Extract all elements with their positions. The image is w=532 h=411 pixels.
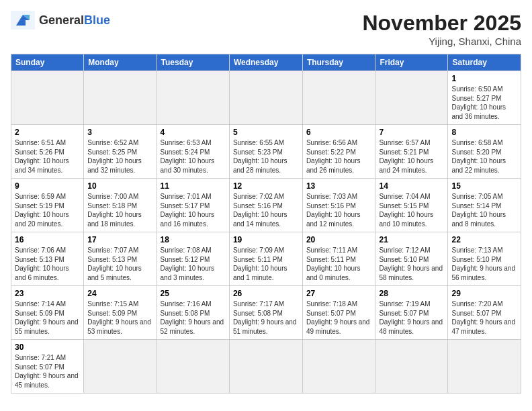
month-title: November 2025 [362, 11, 521, 36]
calendar-cell [229, 71, 302, 125]
day-info: Sunrise: 6:51 AM Sunset: 5:26 PM Dayligh… [15, 138, 80, 175]
calendar-cell: 15Sunrise: 7:05 AM Sunset: 5:14 PM Dayli… [448, 179, 521, 232]
day-number: 21 [379, 235, 444, 244]
day-info: Sunrise: 7:16 AM Sunset: 5:08 PM Dayligh… [161, 300, 226, 336]
day-info: Sunrise: 7:03 AM Sunset: 5:16 PM Dayligh… [306, 192, 372, 228]
calendar-cell: 4Sunrise: 6:53 AM Sunset: 5:24 PM Daylig… [157, 125, 229, 179]
day-number: 27 [306, 289, 372, 298]
calendar: SundayMondayTuesdayWednesdayThursdayFrid… [11, 54, 521, 394]
calendar-cell: 10Sunrise: 7:00 AM Sunset: 5:18 PM Dayli… [84, 179, 157, 232]
title-block: November 2025 Yijing, Shanxi, China [362, 11, 521, 47]
day-info: Sunrise: 6:52 AM Sunset: 5:25 PM Dayligh… [87, 138, 152, 175]
day-number: 14 [379, 181, 444, 191]
calendar-cell [229, 340, 302, 394]
day-info: Sunrise: 7:17 AM Sunset: 5:08 PM Dayligh… [233, 300, 299, 336]
location: Yijing, Shanxi, China [362, 36, 521, 47]
day-info: Sunrise: 7:11 AM Sunset: 5:11 PM Dayligh… [306, 246, 372, 282]
day-info: Sunrise: 7:00 AM Sunset: 5:18 PM Dayligh… [87, 192, 152, 228]
weekday-header-saturday: Saturday [448, 54, 521, 71]
day-number: 6 [306, 128, 372, 137]
day-info: Sunrise: 7:09 AM Sunset: 5:11 PM Dayligh… [233, 246, 299, 282]
day-info: Sunrise: 7:18 AM Sunset: 5:07 PM Dayligh… [306, 300, 372, 336]
calendar-cell: 23Sunrise: 7:14 AM Sunset: 5:09 PM Dayli… [11, 286, 84, 340]
day-info: Sunrise: 7:05 AM Sunset: 5:14 PM Dayligh… [451, 192, 517, 228]
calendar-cell: 8Sunrise: 6:58 AM Sunset: 5:20 PM Daylig… [448, 125, 521, 179]
day-info: Sunrise: 7:04 AM Sunset: 5:15 PM Dayligh… [379, 192, 444, 228]
week-row-2: 2Sunrise: 6:51 AM Sunset: 5:26 PM Daylig… [11, 125, 521, 179]
weekday-header-friday: Friday [375, 54, 448, 71]
calendar-cell: 18Sunrise: 7:08 AM Sunset: 5:12 PM Dayli… [157, 232, 229, 286]
day-number: 22 [451, 235, 517, 244]
day-info: Sunrise: 7:19 AM Sunset: 5:07 PM Dayligh… [379, 300, 444, 336]
calendar-cell: 25Sunrise: 7:16 AM Sunset: 5:08 PM Dayli… [157, 286, 229, 340]
day-info: Sunrise: 7:08 AM Sunset: 5:12 PM Dayligh… [161, 246, 226, 282]
calendar-cell: 21Sunrise: 7:12 AM Sunset: 5:10 PM Dayli… [375, 232, 448, 286]
day-number: 3 [87, 128, 152, 137]
day-number: 13 [306, 181, 372, 191]
logo-text: GeneralBlue [39, 13, 110, 28]
calendar-cell: 17Sunrise: 7:07 AM Sunset: 5:13 PM Dayli… [84, 232, 157, 286]
day-info: Sunrise: 7:15 AM Sunset: 5:09 PM Dayligh… [87, 300, 152, 336]
day-number: 20 [306, 235, 372, 244]
week-row-3: 9Sunrise: 6:59 AM Sunset: 5:19 PM Daylig… [11, 179, 521, 232]
day-number: 1 [451, 74, 517, 83]
day-info: Sunrise: 7:21 AM Sunset: 5:07 PM Dayligh… [15, 353, 80, 390]
weekday-header-sunday: Sunday [11, 54, 84, 71]
day-number: 24 [87, 289, 152, 298]
calendar-cell: 22Sunrise: 7:13 AM Sunset: 5:10 PM Dayli… [448, 232, 521, 286]
calendar-cell: 19Sunrise: 7:09 AM Sunset: 5:11 PM Dayli… [229, 232, 302, 286]
calendar-cell [11, 71, 84, 125]
day-info: Sunrise: 7:14 AM Sunset: 5:09 PM Dayligh… [15, 300, 80, 336]
calendar-cell [84, 340, 157, 394]
calendar-cell: 5Sunrise: 6:55 AM Sunset: 5:23 PM Daylig… [229, 125, 302, 179]
calendar-cell: 30Sunrise: 7:21 AM Sunset: 5:07 PM Dayli… [11, 340, 84, 394]
day-number: 30 [15, 342, 80, 352]
weekday-header-wednesday: Wednesday [229, 54, 302, 71]
calendar-cell: 20Sunrise: 7:11 AM Sunset: 5:11 PM Dayli… [302, 232, 375, 286]
day-info: Sunrise: 7:02 AM Sunset: 5:16 PM Dayligh… [233, 192, 299, 228]
day-number: 26 [233, 289, 299, 298]
calendar-cell [375, 340, 448, 394]
day-info: Sunrise: 6:53 AM Sunset: 5:24 PM Dayligh… [161, 138, 226, 175]
day-number: 8 [451, 128, 517, 137]
weekday-header-thursday: Thursday [302, 54, 375, 71]
day-info: Sunrise: 7:06 AM Sunset: 5:13 PM Dayligh… [15, 246, 80, 282]
logo-icon [11, 11, 35, 30]
calendar-cell: 9Sunrise: 6:59 AM Sunset: 5:19 PM Daylig… [11, 179, 84, 232]
calendar-cell: 1Sunrise: 6:50 AM Sunset: 5:27 PM Daylig… [448, 71, 521, 125]
calendar-cell: 16Sunrise: 7:06 AM Sunset: 5:13 PM Dayli… [11, 232, 84, 286]
day-number: 5 [233, 128, 299, 137]
logo: GeneralBlue [11, 11, 110, 30]
calendar-cell: 27Sunrise: 7:18 AM Sunset: 5:07 PM Dayli… [302, 286, 375, 340]
calendar-cell [375, 71, 448, 125]
weekday-header-row: SundayMondayTuesdayWednesdayThursdayFrid… [11, 54, 521, 71]
calendar-cell: 6Sunrise: 6:56 AM Sunset: 5:22 PM Daylig… [302, 125, 375, 179]
day-number: 7 [379, 128, 444, 137]
day-number: 25 [161, 289, 226, 298]
calendar-cell: 29Sunrise: 7:20 AM Sunset: 5:07 PM Dayli… [448, 286, 521, 340]
day-info: Sunrise: 6:56 AM Sunset: 5:22 PM Dayligh… [306, 138, 372, 175]
calendar-cell: 2Sunrise: 6:51 AM Sunset: 5:26 PM Daylig… [11, 125, 84, 179]
day-info: Sunrise: 6:55 AM Sunset: 5:23 PM Dayligh… [233, 138, 299, 175]
day-info: Sunrise: 6:58 AM Sunset: 5:20 PM Dayligh… [451, 138, 517, 175]
day-number: 29 [451, 289, 517, 298]
day-number: 4 [161, 128, 226, 137]
day-info: Sunrise: 7:07 AM Sunset: 5:13 PM Dayligh… [87, 246, 152, 282]
day-info: Sunrise: 7:13 AM Sunset: 5:10 PM Dayligh… [451, 246, 517, 282]
calendar-cell [84, 71, 157, 125]
weekday-header-tuesday: Tuesday [157, 54, 229, 71]
day-info: Sunrise: 6:50 AM Sunset: 5:27 PM Dayligh… [451, 85, 517, 121]
calendar-cell: 7Sunrise: 6:57 AM Sunset: 5:21 PM Daylig… [375, 125, 448, 179]
weekday-header-monday: Monday [84, 54, 157, 71]
week-row-5: 23Sunrise: 7:14 AM Sunset: 5:09 PM Dayli… [11, 286, 521, 340]
calendar-cell [448, 340, 521, 394]
day-number: 16 [15, 235, 80, 244]
day-info: Sunrise: 7:12 AM Sunset: 5:10 PM Dayligh… [379, 246, 444, 282]
page-header: GeneralBlue November 2025 Yijing, Shanxi… [11, 11, 521, 47]
day-number: 12 [233, 181, 299, 191]
calendar-cell: 26Sunrise: 7:17 AM Sunset: 5:08 PM Dayli… [229, 286, 302, 340]
day-number: 9 [15, 181, 80, 191]
day-number: 18 [161, 235, 226, 244]
calendar-cell [302, 340, 375, 394]
calendar-cell [157, 340, 229, 394]
